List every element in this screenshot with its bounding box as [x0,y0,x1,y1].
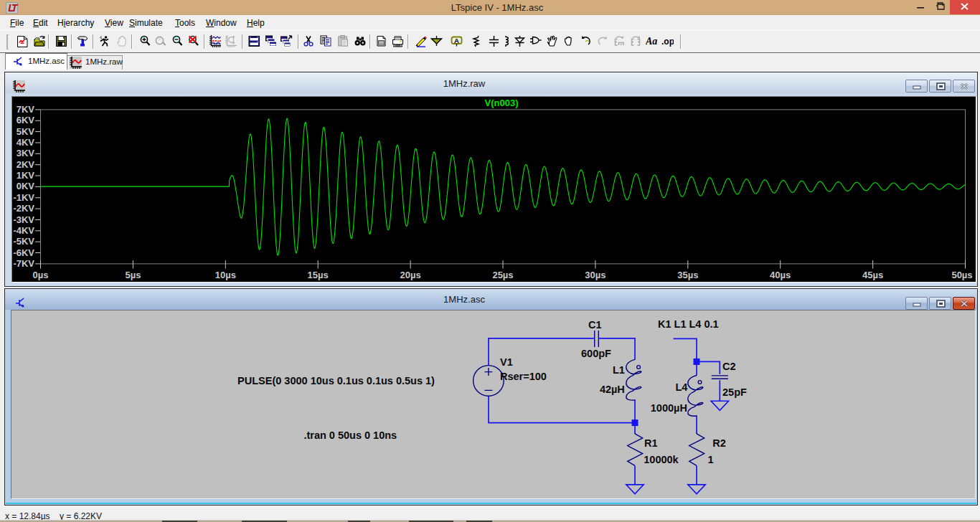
svg-text:-4KV: -4KV [13,224,34,235]
svg-text:1KV: 1KV [17,170,35,181]
svg-text:20µs: 20µs [400,269,421,280]
svg-text:5KV: 5KV [17,125,35,136]
svg-text:45µs: 45µs [862,269,883,280]
svg-text:-7KV: -7KV [13,257,34,268]
svg-text:-1KV: -1KV [13,191,34,202]
svg-text:4KV: 4KV [17,137,35,148]
svg-text:-6KV: -6KV [13,247,34,257]
svg-text:25µs: 25µs [492,269,513,280]
svg-text:0KV: 0KV [17,181,35,191]
svg-text:6KV: 6KV [17,115,35,125]
svg-text:0µs: 0µs [33,269,49,280]
svg-text:3KV: 3KV [17,148,35,158]
svg-text:-3KV: -3KV [13,214,34,224]
svg-text:A: A [454,37,459,44]
svg-text:50µs: 50µs [951,269,972,280]
svg-text:Aa: Aa [646,36,657,47]
svg-text:-5KV: -5KV [13,236,34,247]
svg-text:2KV: 2KV [17,158,35,169]
svg-text:10µs: 10µs [215,269,236,280]
svg-text:.op: .op [661,37,674,47]
svg-text:V(n003): V(n003) [485,98,519,108]
svg-text:-2KV: -2KV [13,203,34,214]
svg-text:40µs: 40µs [770,269,791,280]
svg-text:30µs: 30µs [585,269,606,280]
svg-text:5µs: 5µs [125,269,141,280]
svg-text:7KV: 7KV [17,103,35,114]
svg-text:35µs: 35µs [677,269,698,280]
svg-text:15µs: 15µs [308,269,329,280]
